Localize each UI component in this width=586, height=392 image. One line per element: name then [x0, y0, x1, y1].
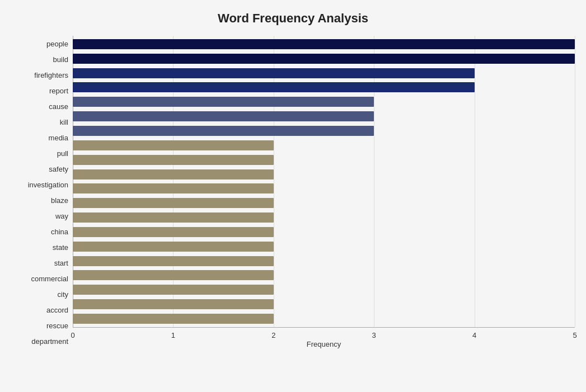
bar	[73, 155, 274, 165]
grid-line	[575, 36, 575, 327]
bar	[73, 68, 475, 78]
y-label: people	[11, 40, 68, 48]
y-label: firefighters	[11, 72, 68, 79]
bar-row	[73, 269, 575, 281]
bar-row	[73, 255, 575, 267]
chart-area: peoplebuildfirefightersreportcausekillme…	[11, 36, 575, 350]
bar	[73, 97, 374, 107]
bar	[73, 169, 274, 180]
y-label: cause	[11, 103, 68, 110]
bar	[73, 270, 274, 280]
bar-row	[73, 284, 575, 296]
y-label: state	[11, 244, 68, 251]
bar	[73, 299, 274, 309]
y-label: commercial	[11, 275, 68, 282]
bar-row	[73, 168, 575, 181]
bars-and-x: Frequency 012345	[73, 36, 575, 350]
bar-row	[73, 96, 575, 108]
y-label: kill	[11, 119, 68, 126]
bar	[73, 198, 274, 208]
bar-row	[73, 67, 575, 79]
bars-grid	[73, 36, 575, 327]
x-tick-label: 2	[271, 331, 275, 339]
bar-row	[73, 197, 575, 209]
bar-row	[73, 53, 575, 65]
chart-container: Word Frequency Analysis peoplebuildfiref…	[0, 0, 586, 392]
x-tick-label: 4	[472, 331, 476, 339]
bar	[73, 212, 274, 223]
y-label: start	[11, 259, 68, 267]
bar-row	[73, 125, 575, 137]
y-label: department	[11, 338, 68, 345]
bar	[73, 314, 274, 324]
bar	[73, 82, 475, 92]
y-label: media	[11, 134, 68, 141]
bar-row	[73, 211, 575, 224]
y-label: china	[11, 228, 68, 235]
x-tick-label: 0	[71, 331, 74, 339]
bar-row	[73, 298, 575, 310]
y-label: city	[11, 291, 68, 298]
chart-title: Word Frequency Analysis	[11, 11, 575, 26]
bar	[73, 140, 274, 150]
y-label: report	[11, 87, 68, 95]
y-label: accord	[11, 306, 68, 314]
x-axis: Frequency 012345	[73, 327, 575, 350]
bars-inner	[73, 36, 575, 327]
x-axis-title: Frequency	[307, 340, 341, 348]
bar-row	[73, 110, 575, 122]
y-label: investigation	[11, 181, 68, 188]
y-label: rescue	[11, 322, 68, 329]
bar	[73, 54, 575, 64]
y-label: build	[11, 56, 68, 63]
bar-row	[73, 182, 575, 195]
bar-row	[73, 38, 575, 50]
bar	[73, 111, 374, 121]
bar	[73, 256, 274, 266]
bar-row	[73, 81, 575, 93]
bar	[73, 126, 374, 136]
bar-row	[73, 240, 575, 253]
x-tick-label: 1	[171, 331, 175, 339]
bar	[73, 242, 274, 252]
y-labels: peoplebuildfirefightersreportcausekillme…	[11, 36, 73, 350]
bar	[73, 285, 274, 295]
bar-row	[73, 154, 575, 166]
bar	[73, 183, 274, 193]
bar-row	[73, 313, 575, 325]
y-label: way	[11, 212, 68, 220]
bar	[73, 39, 575, 49]
bar	[73, 227, 274, 237]
x-tick-label: 5	[573, 331, 576, 339]
x-tick-label: 3	[372, 331, 376, 339]
bar-row	[73, 139, 575, 152]
y-label: safety	[11, 166, 68, 173]
y-label: pull	[11, 150, 68, 157]
bar-row	[73, 226, 575, 238]
y-label: blaze	[11, 197, 68, 204]
